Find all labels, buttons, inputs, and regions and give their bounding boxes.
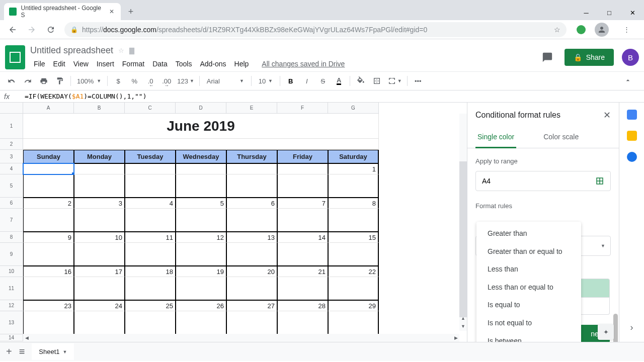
row-header-3[interactable]: 3 [0,150,23,163]
body-cell[interactable] [277,311,328,334]
currency-button[interactable]: $ [111,74,126,88]
font-size-select[interactable]: 10▼ [255,74,277,88]
paint-format-button[interactable] [52,74,67,88]
fill-color-button[interactable] [353,74,368,88]
bold-button[interactable]: B [283,74,298,88]
back-button[interactable] [4,21,21,38]
body-cell[interactable] [226,311,277,334]
body-cell[interactable] [125,209,176,232]
cf-tab-single-color[interactable]: Single color [475,128,516,148]
day-header-cell[interactable]: Tuesday [125,150,176,163]
menu-edit[interactable]: Edit [50,58,69,70]
date-cell[interactable]: 21 [277,266,328,277]
cell-A4[interactable] [23,163,74,174]
user-avatar[interactable]: B [622,49,639,66]
menu-help[interactable]: Help [231,58,253,70]
title-cell[interactable]: June 2019 [23,114,379,139]
row-header-12[interactable]: 12 [0,300,23,311]
col-header-C[interactable]: C [125,103,176,114]
col-header-F[interactable]: F [277,103,328,114]
date-cell[interactable]: 12 [176,232,226,243]
horizontal-scrollbar[interactable]: ◀ ▶ [23,334,459,342]
date-cell[interactable] [277,163,328,174]
day-header-cell[interactable]: Monday [74,150,125,163]
decrease-decimal-button[interactable]: .0← [143,74,158,88]
number-format-select[interactable]: 123▼ [175,74,196,88]
side-panel-expand-icon[interactable]: › [630,322,633,333]
row-header-9[interactable]: 9 [0,243,23,266]
col-header-A[interactable]: A [23,103,74,114]
body-cell[interactable] [74,311,125,334]
date-cell[interactable] [74,163,125,174]
menu-tools[interactable]: Tools [172,58,196,70]
sheet-tab[interactable]: Sheet1 ▼ [32,343,74,360]
row-header-10[interactable]: 10 [0,266,23,277]
body-cell[interactable] [74,243,125,266]
reload-button[interactable] [42,21,59,38]
cf-dropdown-scrollbar[interactable] [613,314,618,342]
chrome-menu-button[interactable]: ⋮ [618,21,635,38]
date-cell[interactable]: 15 [328,232,379,243]
date-cell[interactable]: 18 [125,266,176,277]
undo-button[interactable] [4,74,19,88]
cf-option[interactable]: Greater than [476,225,581,243]
scrollbar-thumb[interactable] [459,161,467,317]
share-button[interactable]: 🔒 Share [565,49,614,66]
sheets-logo-icon[interactable] [5,45,25,69]
date-cell[interactable] [226,163,277,174]
date-cell[interactable]: 13 [226,232,277,243]
body-cell[interactable] [125,311,176,334]
body-cell[interactable] [328,174,379,198]
collapse-toolbar-button[interactable] [616,76,640,86]
date-cell[interactable]: 22 [328,266,379,277]
print-button[interactable] [36,74,51,88]
redo-button[interactable] [20,74,35,88]
date-cell[interactable]: 26 [176,300,226,311]
body-cell[interactable] [226,174,277,198]
row-header-8[interactable]: 8 [0,232,23,243]
cf-option[interactable]: Is equal to [476,296,581,314]
extension-icon[interactable] [577,25,586,34]
menu-file[interactable]: File [30,58,49,70]
borders-button[interactable] [369,74,384,88]
scroll-right-icon[interactable]: ▶ [452,335,459,340]
date-cell[interactable]: 10 [74,232,125,243]
body-cell[interactable] [277,243,328,266]
date-cell[interactable]: 25 [125,300,176,311]
day-header-cell[interactable]: Wednesday [176,150,226,163]
row-header-6[interactable]: 6 [0,198,23,209]
scroll-left-icon[interactable]: ◀ [23,335,30,340]
cf-tab-color-scale[interactable]: Color scale [541,128,581,148]
add-sheet-button[interactable]: + [6,346,12,357]
row-header-5[interactable]: 5 [0,174,23,198]
col-header-B[interactable]: B [74,103,125,114]
date-cell[interactable]: 16 [23,266,74,277]
percent-button[interactable]: % [127,74,142,88]
row-header-1[interactable]: 1 [0,114,23,139]
maximize-button[interactable]: □ [598,5,621,20]
date-cell[interactable]: 1 [328,163,379,174]
col-header-D[interactable]: D [176,103,226,114]
tasks-app-icon[interactable] [627,152,637,162]
date-cell[interactable]: 9 [23,232,74,243]
cf-range-input[interactable] [482,177,580,185]
body-cell[interactable] [328,311,379,334]
row-header-11[interactable]: 11 [0,277,23,300]
spreadsheet-grid[interactable]: A B C D E F G 1 June 2019 2 3 Su [0,103,467,342]
day-header-cell[interactable]: Thursday [226,150,277,163]
select-range-icon[interactable] [595,176,604,186]
date-cell[interactable]: 27 [226,300,277,311]
body-cell[interactable] [176,311,226,334]
body-cell[interactable] [74,209,125,232]
day-header-cell[interactable]: Friday [277,150,328,163]
body-cell[interactable] [176,277,226,300]
save-status[interactable]: All changes saved in Drive [258,58,348,70]
body-cell[interactable] [176,209,226,232]
formula-bar[interactable]: fx =IF(WEEKDAY($A1)=COLUMN(),1,"") [0,90,644,103]
more-toolbar-button[interactable]: ••• [411,74,426,88]
scroll-up-icon[interactable]: ▲ [459,314,467,322]
tab-close-icon[interactable]: ✕ [108,8,116,16]
browser-tab[interactable]: Untitled spreadsheet - Google S ✕ [4,3,121,20]
body-cell[interactable] [277,209,328,232]
keep-app-icon[interactable] [627,131,637,141]
